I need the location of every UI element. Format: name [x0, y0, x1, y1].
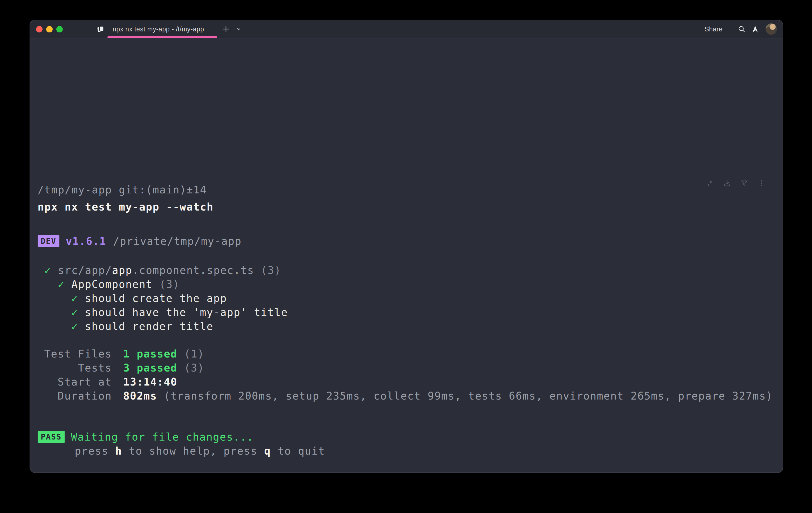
check-icon: ✓	[58, 277, 65, 291]
summary-row-test-files: Test Files1 passed(1)	[38, 347, 783, 361]
help-text: to quit	[271, 444, 325, 458]
help-key-q: q	[264, 444, 271, 458]
minimize-button[interactable]	[46, 26, 53, 32]
summary-row-tests: Tests3 passed(3)	[38, 361, 783, 375]
help-key-h: h	[115, 444, 122, 458]
pass-badge: PASS	[38, 431, 65, 443]
summary-extra: (transform 200ms, setup 235ms, collect 9…	[164, 389, 773, 403]
command-block: /tmp/my-app git:(main)±14 npx nx test my…	[30, 170, 783, 458]
blocks-icon	[96, 25, 105, 33]
test-name: should create the app	[85, 291, 227, 305]
check-icon: ✓	[71, 319, 78, 333]
search-icon[interactable]	[736, 23, 747, 35]
block-toolbar	[706, 179, 765, 187]
share-button[interactable]: Share	[704, 25, 723, 33]
summary-label: Start at	[38, 375, 112, 389]
watch-help-line: press h to show help, press q to quit	[38, 444, 783, 458]
test-file-row: ✓src/app/app.component.spec.ts (3)	[38, 263, 783, 277]
summary-label: Duration	[38, 389, 112, 403]
file-ext: .component.spec.ts	[132, 263, 254, 277]
download-icon[interactable]	[723, 179, 731, 187]
filter-icon[interactable]	[740, 179, 749, 187]
command-text: npx nx test my-app --watch	[38, 200, 783, 214]
help-text: to show help, press	[122, 444, 264, 458]
test-case-row: ✓should create the app	[38, 291, 783, 305]
shell-prompt: /tmp/my-app git:(main)±14	[38, 183, 783, 197]
test-case-row: ✓should render title	[38, 319, 783, 333]
terminal-window: npx nx test my-app - /t/my-app Share	[30, 20, 783, 473]
summary-extra: (1)	[184, 347, 204, 361]
summary-label: Test Files	[38, 347, 112, 361]
vitest-version: v1.6.1	[66, 234, 106, 248]
help-text: press	[75, 444, 115, 458]
check-icon: ✓	[45, 263, 51, 277]
suite-name: AppComponent	[71, 277, 152, 291]
check-icon: ✓	[71, 291, 78, 305]
file-base: app	[112, 263, 132, 277]
summary-extra: (3)	[184, 361, 204, 375]
vitest-cwd: /private/tmp/my-app	[113, 234, 242, 248]
suite-test-count: (3)	[152, 277, 179, 291]
waiting-message: Waiting for file changes...	[71, 430, 254, 444]
test-name: should have the 'my-app' title	[85, 305, 288, 319]
tab-bar: npx nx test my-app - /t/my-app Share	[30, 20, 783, 38]
user-avatar[interactable]	[765, 23, 777, 35]
ai-sparkle-icon[interactable]	[706, 179, 714, 187]
previous-block-area	[30, 38, 783, 170]
summary-label: Tests	[38, 361, 112, 375]
summary-value: 13:14:40	[123, 375, 177, 389]
vitest-dev-line: DEV v1.6.1 /private/tmp/my-app	[38, 234, 783, 248]
new-tab-button[interactable]	[220, 23, 232, 35]
more-options-icon[interactable]	[757, 179, 765, 187]
tab-title: npx nx test my-app - /t/my-app	[113, 25, 204, 33]
summary-row-duration: Duration802ms(transform 200ms, setup 235…	[38, 389, 783, 403]
file-test-count: (3)	[254, 263, 281, 277]
active-tab[interactable]: npx nx test my-app - /t/my-app	[96, 20, 205, 38]
maximize-button[interactable]	[56, 26, 63, 32]
file-dir: src/app/	[58, 263, 112, 277]
close-button[interactable]	[36, 26, 42, 32]
pass-status-line: PASS Waiting for file changes...	[38, 430, 783, 444]
warp-logo-icon[interactable]	[750, 23, 761, 35]
summary-row-start-at: Start at13:14:40	[38, 375, 783, 389]
summary-value: 802ms	[123, 389, 157, 403]
test-suite-row: ✓AppComponent (3)	[38, 277, 783, 291]
dev-badge: DEV	[38, 235, 59, 247]
summary-value: 3 passed	[123, 361, 177, 375]
window-controls	[36, 26, 63, 32]
tab-list-chevron-icon[interactable]	[234, 25, 243, 33]
active-tab-indicator	[108, 36, 217, 38]
check-icon: ✓	[71, 305, 78, 319]
test-name: should render title	[85, 319, 213, 333]
test-case-row: ✓should have the 'my-app' title	[38, 305, 783, 319]
summary-value: 1 passed	[123, 347, 177, 361]
